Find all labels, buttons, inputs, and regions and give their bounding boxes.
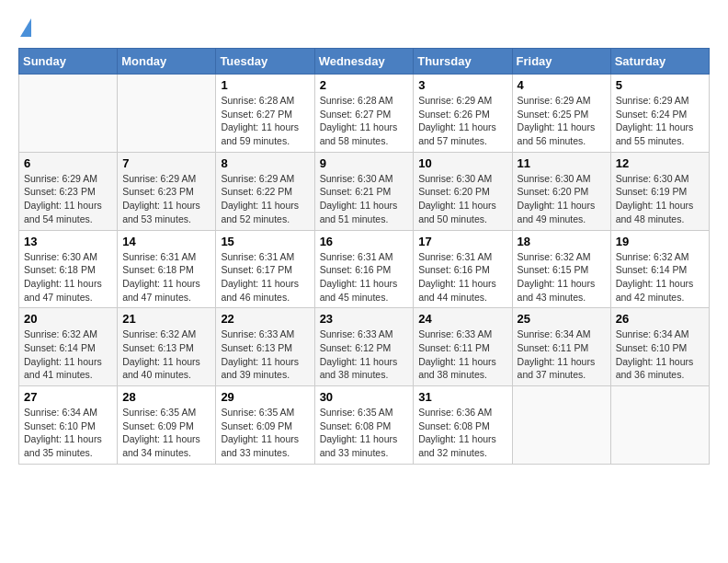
calendar-header-row: SundayMondayTuesdayWednesdayThursdayFrid… [19, 49, 710, 75]
calendar-cell: 16Sunrise: 6:31 AM Sunset: 6:16 PM Dayli… [314, 230, 414, 308]
calendar-cell [512, 386, 610, 465]
calendar-cell: 27Sunrise: 6:34 AM Sunset: 6:10 PM Dayli… [19, 386, 118, 465]
calendar-cell: 17Sunrise: 6:31 AM Sunset: 6:16 PM Dayli… [414, 230, 512, 308]
day-info: Sunrise: 6:35 AM Sunset: 6:08 PM Dayligh… [320, 406, 409, 460]
day-info: Sunrise: 6:29 AM Sunset: 6:26 PM Dayligh… [418, 94, 506, 148]
day-number: 15 [221, 235, 309, 248]
calendar-cell: 19Sunrise: 6:32 AM Sunset: 6:14 PM Dayli… [610, 230, 709, 308]
day-info: Sunrise: 6:32 AM Sunset: 6:14 PM Dayligh… [24, 327, 112, 382]
day-number: 8 [221, 156, 309, 170]
day-number: 31 [418, 390, 506, 404]
day-info: Sunrise: 6:30 AM Sunset: 6:19 PM Dayligh… [616, 172, 704, 226]
calendar-cell: 20Sunrise: 6:32 AM Sunset: 6:14 PM Dayli… [19, 308, 118, 386]
day-number: 18 [518, 235, 606, 248]
day-info: Sunrise: 6:29 AM Sunset: 6:22 PM Dayligh… [221, 172, 309, 226]
day-number: 10 [418, 156, 506, 170]
day-info: Sunrise: 6:35 AM Sunset: 6:09 PM Dayligh… [221, 406, 309, 460]
day-info: Sunrise: 6:31 AM Sunset: 6:16 PM Dayligh… [418, 250, 506, 304]
day-info: Sunrise: 6:33 AM Sunset: 6:12 PM Dayligh… [320, 327, 409, 382]
day-info: Sunrise: 6:34 AM Sunset: 6:11 PM Dayligh… [518, 327, 606, 382]
day-number: 1 [221, 78, 309, 92]
day-number: 27 [24, 390, 112, 404]
day-number: 14 [122, 235, 210, 248]
day-info: Sunrise: 6:30 AM Sunset: 6:21 PM Dayligh… [320, 172, 409, 226]
day-info: Sunrise: 6:31 AM Sunset: 6:16 PM Dayligh… [320, 250, 409, 304]
day-info: Sunrise: 6:29 AM Sunset: 6:23 PM Dayligh… [24, 172, 112, 226]
day-info: Sunrise: 6:29 AM Sunset: 6:24 PM Dayligh… [616, 94, 704, 148]
day-info: Sunrise: 6:34 AM Sunset: 6:10 PM Dayligh… [24, 406, 112, 460]
logo [18, 18, 31, 39]
calendar-cell: 23Sunrise: 6:33 AM Sunset: 6:12 PM Dayli… [314, 308, 414, 386]
day-info: Sunrise: 6:35 AM Sunset: 6:09 PM Dayligh… [122, 406, 210, 460]
calendar-cell: 2Sunrise: 6:28 AM Sunset: 6:27 PM Daylig… [314, 75, 414, 153]
calendar-day-header: Monday [118, 49, 216, 75]
calendar-cell: 12Sunrise: 6:30 AM Sunset: 6:19 PM Dayli… [610, 152, 709, 230]
calendar-cell: 10Sunrise: 6:30 AM Sunset: 6:20 PM Dayli… [414, 152, 512, 230]
calendar-cell: 3Sunrise: 6:29 AM Sunset: 6:26 PM Daylig… [414, 75, 512, 153]
day-number: 25 [518, 312, 606, 326]
day-number: 17 [418, 235, 506, 248]
day-number: 26 [616, 312, 704, 326]
day-info: Sunrise: 6:28 AM Sunset: 6:27 PM Dayligh… [221, 94, 309, 148]
day-info: Sunrise: 6:31 AM Sunset: 6:18 PM Dayligh… [122, 250, 210, 304]
day-number: 23 [320, 312, 409, 326]
day-number: 28 [122, 390, 210, 404]
calendar-day-header: Thursday [414, 49, 512, 75]
day-number: 13 [24, 235, 112, 248]
calendar-day-header: Saturday [610, 49, 709, 75]
day-number: 12 [616, 156, 704, 170]
day-info: Sunrise: 6:32 AM Sunset: 6:13 PM Dayligh… [122, 327, 210, 382]
calendar-table: SundayMondayTuesdayWednesdayThursdayFrid… [18, 48, 710, 465]
day-number: 5 [616, 78, 704, 92]
day-info: Sunrise: 6:28 AM Sunset: 6:27 PM Dayligh… [320, 94, 409, 148]
calendar-week-row: 1Sunrise: 6:28 AM Sunset: 6:27 PM Daylig… [19, 75, 710, 153]
calendar-week-row: 6Sunrise: 6:29 AM Sunset: 6:23 PM Daylig… [19, 152, 710, 230]
day-info: Sunrise: 6:36 AM Sunset: 6:08 PM Dayligh… [418, 406, 506, 460]
calendar-week-row: 13Sunrise: 6:30 AM Sunset: 6:18 PM Dayli… [19, 230, 710, 308]
calendar-cell: 25Sunrise: 6:34 AM Sunset: 6:11 PM Dayli… [512, 308, 610, 386]
calendar-cell: 8Sunrise: 6:29 AM Sunset: 6:22 PM Daylig… [216, 152, 314, 230]
day-info: Sunrise: 6:30 AM Sunset: 6:18 PM Dayligh… [24, 250, 112, 304]
calendar-cell [610, 386, 709, 465]
calendar-cell [19, 75, 118, 153]
calendar-cell: 22Sunrise: 6:33 AM Sunset: 6:13 PM Dayli… [216, 308, 314, 386]
calendar-cell: 30Sunrise: 6:35 AM Sunset: 6:08 PM Dayli… [314, 386, 414, 465]
calendar-week-row: 27Sunrise: 6:34 AM Sunset: 6:10 PM Dayli… [19, 386, 710, 465]
calendar-cell: 13Sunrise: 6:30 AM Sunset: 6:18 PM Dayli… [19, 230, 118, 308]
calendar-week-row: 20Sunrise: 6:32 AM Sunset: 6:14 PM Dayli… [19, 308, 710, 386]
calendar-cell: 7Sunrise: 6:29 AM Sunset: 6:23 PM Daylig… [118, 152, 216, 230]
calendar-cell: 29Sunrise: 6:35 AM Sunset: 6:09 PM Dayli… [216, 386, 314, 465]
day-number: 29 [221, 390, 309, 404]
day-number: 9 [320, 156, 409, 170]
day-number: 2 [320, 78, 409, 92]
calendar-cell: 15Sunrise: 6:31 AM Sunset: 6:17 PM Dayli… [216, 230, 314, 308]
day-number: 30 [320, 390, 409, 404]
calendar-cell: 24Sunrise: 6:33 AM Sunset: 6:11 PM Dayli… [414, 308, 512, 386]
calendar-cell: 26Sunrise: 6:34 AM Sunset: 6:10 PM Dayli… [610, 308, 709, 386]
day-info: Sunrise: 6:32 AM Sunset: 6:14 PM Dayligh… [616, 250, 704, 304]
day-number: 19 [616, 235, 704, 248]
day-info: Sunrise: 6:30 AM Sunset: 6:20 PM Dayligh… [418, 172, 506, 226]
day-info: Sunrise: 6:33 AM Sunset: 6:13 PM Dayligh… [221, 327, 309, 382]
calendar-day-header: Friday [512, 49, 610, 75]
logo-triangle-icon [20, 18, 31, 37]
day-info: Sunrise: 6:29 AM Sunset: 6:23 PM Dayligh… [122, 172, 210, 226]
day-number: 20 [24, 312, 112, 326]
calendar-cell: 4Sunrise: 6:29 AM Sunset: 6:25 PM Daylig… [512, 75, 610, 153]
day-info: Sunrise: 6:34 AM Sunset: 6:10 PM Dayligh… [616, 327, 704, 382]
day-number: 6 [24, 156, 112, 170]
calendar-cell: 14Sunrise: 6:31 AM Sunset: 6:18 PM Dayli… [118, 230, 216, 308]
calendar-cell [118, 75, 216, 153]
day-number: 16 [320, 235, 409, 248]
day-info: Sunrise: 6:30 AM Sunset: 6:20 PM Dayligh… [518, 172, 606, 226]
calendar-cell: 6Sunrise: 6:29 AM Sunset: 6:23 PM Daylig… [19, 152, 118, 230]
day-info: Sunrise: 6:32 AM Sunset: 6:15 PM Dayligh… [518, 250, 606, 304]
calendar-cell: 9Sunrise: 6:30 AM Sunset: 6:21 PM Daylig… [314, 152, 414, 230]
calendar-cell: 11Sunrise: 6:30 AM Sunset: 6:20 PM Dayli… [512, 152, 610, 230]
page-header [18, 18, 710, 39]
day-info: Sunrise: 6:33 AM Sunset: 6:11 PM Dayligh… [418, 327, 506, 382]
calendar-day-header: Wednesday [314, 49, 414, 75]
calendar-day-header: Tuesday [216, 49, 314, 75]
calendar-cell: 21Sunrise: 6:32 AM Sunset: 6:13 PM Dayli… [118, 308, 216, 386]
calendar-cell: 1Sunrise: 6:28 AM Sunset: 6:27 PM Daylig… [216, 75, 314, 153]
